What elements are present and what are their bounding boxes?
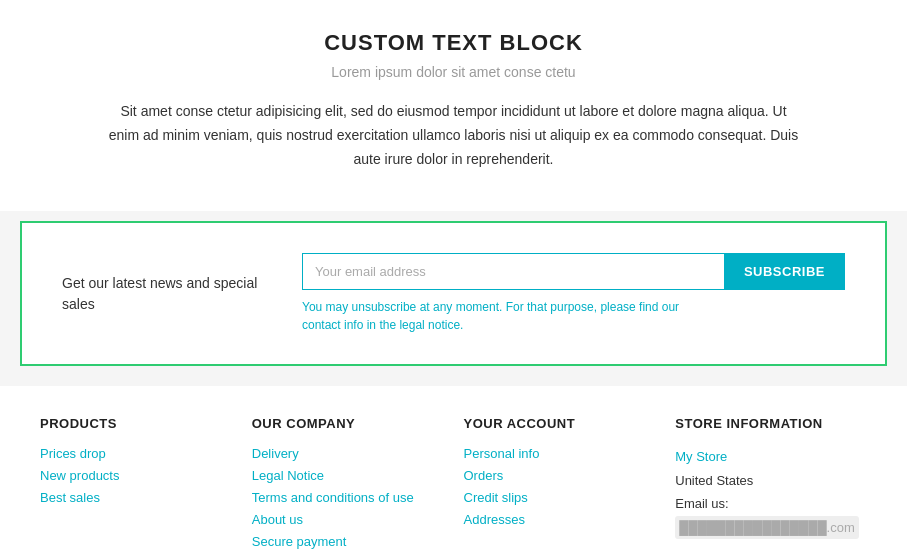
new-products-link[interactable]: New products — [40, 468, 119, 483]
list-item: Credit slips — [464, 489, 656, 505]
footer-company-list: Delivery Legal Notice Terms and conditio… — [252, 445, 444, 549]
newsletter-section: Get our latest news and special sales SU… — [20, 221, 887, 366]
newsletter-form: SUBSCRIBE You may unsubscribe at any mom… — [302, 253, 845, 334]
email-value: ████████████████.com — [675, 516, 859, 539]
list-item: Delivery — [252, 445, 444, 461]
orders-link[interactable]: Orders — [464, 468, 504, 483]
legal-notice-link[interactable]: Legal Notice — [252, 468, 324, 483]
footer-store-heading: STORE INFORMATION — [675, 416, 867, 431]
list-item: Addresses — [464, 511, 656, 527]
footer-products-heading: PRODUCTS — [40, 416, 232, 431]
terms-link[interactable]: Terms and conditions of use — [252, 490, 414, 505]
main-heading: CUSTOM TEXT BLOCK — [60, 30, 847, 56]
about-us-link[interactable]: About us — [252, 512, 303, 527]
footer-company-col: OUR COMPANY Delivery Legal Notice Terms … — [252, 416, 444, 549]
footer-products-col: PRODUCTS Prices drop New products Best s… — [40, 416, 232, 549]
store-name: My Store — [675, 445, 867, 468]
credit-slips-link[interactable]: Credit slips — [464, 490, 528, 505]
main-content-block: CUSTOM TEXT BLOCK Lorem ipsum dolor sit … — [0, 0, 907, 211]
prices-drop-link[interactable]: Prices drop — [40, 446, 106, 461]
footer-account-heading: YOUR ACCOUNT — [464, 416, 656, 431]
subscribe-button[interactable]: SUBSCRIBE — [724, 253, 845, 290]
list-item: Personal info — [464, 445, 656, 461]
email-label: Email us: — [675, 496, 728, 511]
store-country: United States — [675, 469, 867, 492]
list-item: Orders — [464, 467, 656, 483]
delivery-link[interactable]: Delivery — [252, 446, 299, 461]
footer-store-col: STORE INFORMATION My Store United States… — [675, 416, 867, 549]
best-sales-link[interactable]: Best sales — [40, 490, 100, 505]
newsletter-input-row: SUBSCRIBE — [302, 253, 845, 290]
main-subtitle: Lorem ipsum dolor sit amet conse ctetu — [60, 64, 847, 80]
footer-products-list: Prices drop New products Best sales — [40, 445, 232, 505]
footer-company-heading: OUR COMPANY — [252, 416, 444, 431]
personal-info-link[interactable]: Personal info — [464, 446, 540, 461]
store-info: My Store United States Email us: ███████… — [675, 445, 867, 539]
newsletter-notice: You may unsubscribe at any moment. For t… — [302, 298, 702, 334]
list-item: Terms and conditions of use — [252, 489, 444, 505]
list-item: Best sales — [40, 489, 232, 505]
addresses-link[interactable]: Addresses — [464, 512, 525, 527]
secure-payment-link[interactable]: Secure payment — [252, 534, 347, 549]
list-item: Prices drop — [40, 445, 232, 461]
list-item: Legal Notice — [252, 467, 444, 483]
footer: PRODUCTS Prices drop New products Best s… — [0, 386, 907, 549]
list-item: Secure payment — [252, 533, 444, 549]
email-input[interactable] — [302, 253, 724, 290]
newsletter-description: Get our latest news and special sales — [62, 273, 262, 315]
footer-account-list: Personal info Orders Credit slips Addres… — [464, 445, 656, 527]
main-body-text: Sit amet conse ctetur adipisicing elit, … — [104, 100, 804, 171]
footer-account-col: YOUR ACCOUNT Personal info Orders Credit… — [464, 416, 656, 549]
list-item: About us — [252, 511, 444, 527]
list-item: New products — [40, 467, 232, 483]
store-email-row: Email us: ████████████████.com — [675, 492, 867, 539]
